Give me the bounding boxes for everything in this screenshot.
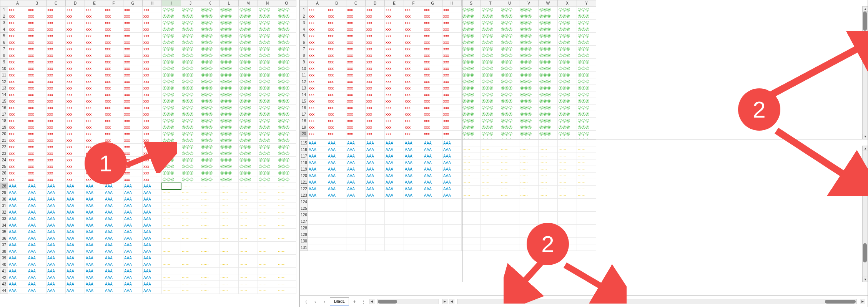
cell[interactable]: ⋯⋯ <box>200 202 219 209</box>
cell[interactable] <box>423 199 442 205</box>
cell[interactable]: AAA <box>47 261 66 268</box>
cell[interactable]: ㉧㉧㉧ <box>277 20 296 26</box>
cell[interactable]: xxx <box>423 105 442 111</box>
cell[interactable]: xxx <box>66 111 85 118</box>
cell[interactable]: xxx <box>8 78 27 85</box>
cell[interactable]: AAA <box>404 146 423 153</box>
cell[interactable]: ㉧㉧㉧ <box>277 98 296 105</box>
row-header[interactable]: 5 <box>300 33 308 39</box>
tab-nav-prev-icon[interactable]: ‹ <box>311 298 319 305</box>
cell[interactable]: xxx <box>366 72 385 78</box>
cell[interactable]: ㉧㉧㉧ <box>277 137 296 144</box>
cell[interactable]: xxx <box>327 7 346 13</box>
cell[interactable]: ㉧㉧㉧ <box>500 52 519 59</box>
cell[interactable]: AAA <box>308 159 327 166</box>
cell[interactable]: ⋯⋯ <box>239 183 258 189</box>
cell[interactable] <box>577 199 596 205</box>
cell[interactable]: ㉧㉧㉧ <box>519 85 539 91</box>
cell[interactable]: ㉧㉧㉧ <box>162 26 181 33</box>
cell[interactable]: AAA <box>47 268 66 274</box>
cell[interactable]: xxx <box>308 72 327 78</box>
cell[interactable]: ⋯⋯ <box>239 222 258 229</box>
cell[interactable]: AAA <box>47 274 66 281</box>
cell[interactable]: ㉧㉧㉧ <box>258 72 277 78</box>
cell[interactable]: ㉧㉧㉧ <box>277 72 296 78</box>
cell[interactable]: ⋯⋯ <box>200 222 219 229</box>
column-header-row[interactable]: A B C D E F G H I J K L M N O <box>0 0 296 7</box>
cell[interactable]: xxx <box>47 52 66 59</box>
cell[interactable]: ㉧㉧㉧ <box>181 124 200 131</box>
col-header[interactable]: D <box>66 0 85 7</box>
cell[interactable]: xxx <box>423 52 442 59</box>
cell[interactable]: ㉧㉧㉧ <box>519 131 539 137</box>
vertical-split-line[interactable] <box>462 0 462 139</box>
cell[interactable]: xxx <box>47 176 66 183</box>
cell[interactable]: ㉧㉧㉧ <box>539 118 558 124</box>
cell[interactable] <box>346 244 366 251</box>
cell[interactable]: ⋯⋯ <box>577 192 596 199</box>
cell[interactable]: xxx <box>404 33 423 39</box>
row-header[interactable]: 19 <box>300 124 308 131</box>
cell[interactable]: xxx <box>385 131 404 137</box>
cell[interactable]: xxx <box>27 111 47 118</box>
row-header[interactable]: 12 <box>0 78 8 85</box>
cell[interactable]: AAA <box>47 216 66 222</box>
cell[interactable]: xxx <box>143 20 162 26</box>
cell[interactable]: xxx <box>366 7 385 13</box>
cell[interactable]: ⋯⋯ <box>162 189 181 196</box>
cell[interactable]: ㉧㉧㉧ <box>181 39 200 46</box>
cell[interactable]: xxx <box>143 118 162 124</box>
cell[interactable]: AAA <box>104 281 123 287</box>
cell[interactable]: ⋯⋯ <box>219 274 239 281</box>
cell[interactable]: ㉧㉧㉧ <box>539 78 558 85</box>
cell[interactable]: ㉧㉧㉧ <box>239 7 258 13</box>
cell[interactable] <box>442 212 462 218</box>
cell[interactable]: ㉧㉧㉧ <box>500 26 519 33</box>
cell[interactable]: xxx <box>442 118 462 124</box>
cell[interactable]: AAA <box>423 166 442 173</box>
cell[interactable]: ㉧㉧㉧ <box>162 98 181 105</box>
cell[interactable]: ㉧㉧㉧ <box>239 39 258 46</box>
cell[interactable]: ㉧㉧㉧ <box>219 111 239 118</box>
cell[interactable]: ⋯⋯ <box>200 261 219 268</box>
row-header[interactable]: 36 <box>0 235 8 242</box>
cell[interactable] <box>481 231 500 238</box>
cell[interactable]: AAA <box>66 268 85 274</box>
cell[interactable]: ㉧㉧㉧ <box>481 118 500 124</box>
cell[interactable]: ⋯⋯ <box>577 166 596 173</box>
cell[interactable]: xxx <box>123 26 143 33</box>
cell[interactable]: ⋯⋯ <box>481 140 500 146</box>
cell[interactable]: ⋯⋯ <box>239 268 258 274</box>
cell[interactable]: xxx <box>104 52 123 59</box>
cell[interactable]: ⋯⋯ <box>500 186 519 192</box>
cell[interactable]: xxx <box>104 65 123 72</box>
cell[interactable]: ⋯⋯ <box>200 189 219 196</box>
cell[interactable]: ㉧㉧㉧ <box>277 78 296 85</box>
cell[interactable]: xxx <box>8 59 27 65</box>
cell[interactable]: xxx <box>442 65 462 72</box>
cell[interactable] <box>423 231 442 238</box>
cell[interactable]: ㉧㉧㉧ <box>462 65 481 72</box>
cell[interactable]: AAA <box>47 242 66 248</box>
cell[interactable]: ⋯⋯ <box>239 189 258 196</box>
cell[interactable]: AAA <box>385 146 404 153</box>
cell[interactable]: ㉧㉧㉧ <box>500 124 519 131</box>
cell[interactable]: xxx <box>423 26 442 33</box>
cell[interactable]: AAA <box>143 261 162 268</box>
cell[interactable]: ㉧㉧㉧ <box>258 78 277 85</box>
cell[interactable]: ⋯⋯ <box>481 146 500 153</box>
cell[interactable]: xxx <box>366 124 385 131</box>
cell[interactable]: xxx <box>66 91 85 98</box>
cell[interactable]: ㉧㉧㉧ <box>181 98 200 105</box>
cell[interactable]: AAA <box>85 261 104 268</box>
cell[interactable]: xxx <box>47 65 66 72</box>
row-header[interactable]: 1 <box>300 7 308 13</box>
cell[interactable]: ㉧㉧㉧ <box>462 46 481 52</box>
cell[interactable]: xxx <box>47 137 66 144</box>
cell[interactable]: xxx <box>66 39 85 46</box>
cell[interactable]: ㉧㉧㉧ <box>239 105 258 111</box>
cell[interactable]: ㉧㉧㉧ <box>539 26 558 33</box>
row-header[interactable]: 14 <box>300 91 308 98</box>
cell[interactable]: ㉧㉧㉧ <box>577 46 596 52</box>
cell[interactable]: ⋯⋯ <box>258 268 277 274</box>
